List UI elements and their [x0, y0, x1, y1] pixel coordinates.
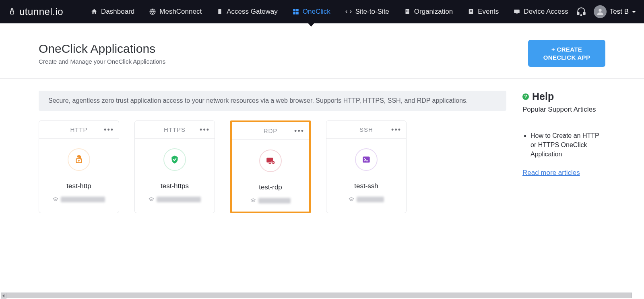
card-body: test-http: [39, 139, 119, 210]
svg-rect-6: [293, 9, 295, 11]
nav-events[interactable]: Events: [460, 0, 506, 23]
info-banner: Secure, agentless zero trust application…: [39, 91, 506, 111]
brand-logo-icon: [8, 8, 16, 16]
nav-access-gateway[interactable]: Access Gateway: [209, 0, 285, 23]
svg-rect-5: [218, 9, 221, 14]
app-card-ssh[interactable]: SSH•••test-ssh: [326, 120, 407, 213]
app-card-rdp[interactable]: RDP•••test-rdp: [230, 120, 311, 213]
nav-label: Device Access: [524, 8, 568, 16]
svg-point-23: [599, 9, 601, 12]
headset-icon[interactable]: [576, 6, 586, 17]
svg-point-22: [580, 15, 582, 16]
avatar-icon: [594, 5, 607, 18]
help-title: Help: [532, 91, 554, 102]
terminal-icon: [355, 148, 378, 171]
app-card-https[interactable]: HTTPS•••test-https: [134, 120, 215, 213]
user-name: Test B: [610, 8, 629, 16]
user-menu[interactable]: Test B: [594, 5, 636, 18]
card-name: test-ssh: [331, 182, 401, 190]
nav-dashboard[interactable]: Dashboard: [83, 0, 142, 23]
card-address: [331, 197, 401, 202]
svg-rect-30: [269, 163, 271, 164]
card-menu-button[interactable]: •••: [104, 125, 114, 134]
nav-right: Test B: [576, 5, 636, 18]
nav-label: Events: [478, 8, 499, 16]
card-address-value: [61, 197, 105, 202]
layers-icon: [349, 197, 354, 202]
svg-rect-12: [408, 10, 409, 11]
card-address: [140, 197, 210, 202]
card-menu-button[interactable]: •••: [200, 125, 210, 134]
lock-open-icon: [68, 148, 90, 171]
gateway-icon: [216, 8, 223, 15]
layers-icon: [53, 197, 58, 202]
svg-rect-11: [407, 10, 407, 11]
read-more-link[interactable]: Read more articles: [522, 169, 580, 176]
navbar: utunnel.io Dashboard MeshConnect Access …: [0, 0, 644, 23]
svg-rect-13: [407, 11, 407, 12]
nav-oneclick[interactable]: OneClick: [285, 0, 338, 23]
app-cards: HTTP•••test-httpHTTPS•••test-httpsRDP•••…: [39, 120, 506, 213]
svg-rect-0: [10, 11, 14, 14]
card-name: test-http: [44, 182, 114, 190]
card-address: [237, 198, 304, 203]
help-icon: ?: [522, 93, 529, 100]
layers-icon: [149, 197, 154, 202]
nav-organization[interactable]: Organization: [396, 0, 460, 23]
device-icon: [513, 8, 520, 15]
shield-check-icon: [163, 148, 186, 171]
page-header: OneClick Applications Create and Manage …: [0, 24, 644, 79]
card-address: [44, 197, 114, 202]
card-header: SSH•••: [326, 121, 406, 139]
card-name: test-rdp: [237, 183, 304, 191]
grid-icon: [292, 8, 299, 15]
card-menu-button[interactable]: •••: [391, 125, 401, 134]
nav-label: MeshConnect: [159, 8, 202, 16]
svg-marker-37: [2, 294, 4, 297]
svg-rect-21: [583, 12, 585, 15]
scroll-left-arrow-icon[interactable]: [1, 293, 6, 299]
monitor-icon: [259, 150, 282, 172]
svg-marker-28: [149, 197, 154, 200]
brand[interactable]: utunnel.io: [8, 6, 63, 17]
svg-rect-14: [408, 11, 409, 12]
svg-rect-10: [405, 9, 409, 14]
card-address-value: [357, 197, 384, 202]
layers-icon: [250, 198, 256, 203]
home-icon: [91, 8, 98, 15]
card-address-value: [157, 197, 201, 202]
events-icon: [467, 8, 475, 15]
nav-site-to-site[interactable]: Site-to-Site: [338, 0, 396, 23]
nav-links: Dashboard MeshConnect Access Gateway One…: [83, 0, 576, 23]
nav-label: Dashboard: [101, 8, 134, 16]
card-address-value: [258, 198, 291, 203]
svg-rect-19: [516, 14, 518, 15]
card-protocol: HTTPS: [164, 126, 186, 133]
brand-name: utunnel.io: [19, 6, 63, 17]
help-article-link[interactable]: How to Create an HTTP or HTTPS OneClick …: [530, 131, 605, 159]
svg-rect-34: [363, 156, 369, 162]
svg-marker-36: [349, 197, 354, 200]
site-to-site-icon: [345, 8, 352, 15]
svg-rect-26: [78, 160, 79, 162]
card-header: HTTPS•••: [135, 121, 215, 139]
svg-rect-7: [296, 9, 299, 11]
nav-meshconnect[interactable]: MeshConnect: [142, 0, 209, 23]
card-body: test-ssh: [326, 139, 406, 210]
app-card-http[interactable]: HTTP•••test-http: [39, 120, 119, 213]
create-oneclick-button[interactable]: + CREATE ONECLICK APP: [528, 40, 605, 67]
card-protocol: SSH: [359, 126, 373, 133]
svg-rect-18: [514, 10, 520, 13]
svg-marker-33: [251, 199, 256, 201]
page-title: OneClick Applications: [39, 42, 165, 56]
horizontal-scrollbar[interactable]: [1, 293, 632, 298]
card-body: test-rdp: [232, 140, 309, 212]
svg-marker-27: [54, 197, 58, 200]
mesh-icon: [149, 8, 156, 15]
chevron-down-icon: [632, 11, 636, 13]
card-menu-button[interactable]: •••: [294, 127, 304, 135]
org-icon: [404, 8, 411, 15]
nav-device-access[interactable]: Device Access: [506, 0, 576, 23]
nav-label: Site-to-Site: [355, 8, 389, 16]
card-name: test-https: [140, 182, 210, 190]
